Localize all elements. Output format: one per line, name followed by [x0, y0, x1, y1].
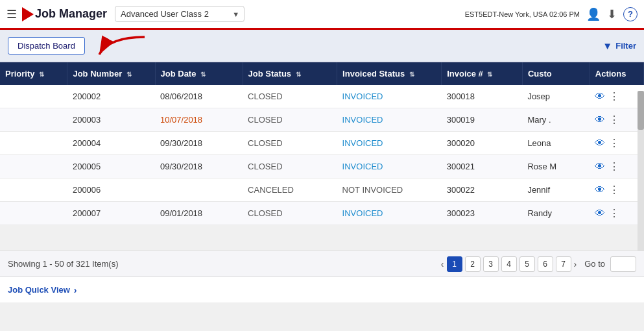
next-page-button[interactable]: ›: [574, 259, 577, 269]
view-icon[interactable]: 👁: [595, 91, 605, 103]
cell-priority: [0, 178, 67, 202]
table-row: 200004 09/30/2018 CLOSED INVOICED 300020…: [0, 132, 644, 155]
header-right: EST5EDT-New York, USA 02:06 PM 👤 ⬇ ?: [465, 7, 638, 21]
sort-arrows-invoicenum: ⇅: [487, 71, 492, 78]
view-icon[interactable]: 👁: [595, 208, 605, 219]
cell-invoice-num: 300021: [442, 155, 523, 178]
cell-actions: 👁 ⋮: [590, 155, 643, 178]
cell-job-number: 200004: [67, 132, 155, 155]
col-actions: Actions: [590, 62, 643, 85]
goto-input[interactable]: [610, 256, 636, 272]
app-title: Job Manager: [35, 7, 107, 21]
cell-invoiced-status: INVOICED: [337, 108, 442, 132]
app-header: ☰ Job Manager Advanced User Class 2 ▼ ES…: [0, 0, 644, 30]
pagination-info: Showing 1 - 50 of 321 Item(s): [8, 259, 119, 269]
more-options-icon[interactable]: ⋮: [609, 114, 619, 126]
cell-invoice-num: 300018: [442, 85, 523, 108]
job-date: 08/06/2018: [160, 92, 202, 101]
cell-customer: Rose M: [522, 155, 590, 178]
cell-job-number: 200007: [67, 202, 155, 225]
page-buttons: 1234567: [447, 256, 571, 272]
cell-job-date: 09/01/2018: [155, 202, 243, 225]
more-options-icon[interactable]: ⋮: [609, 160, 619, 173]
page-button-2[interactable]: 2: [465, 256, 481, 272]
view-icon[interactable]: 👁: [595, 138, 605, 149]
col-priority[interactable]: Priority ⇅: [0, 62, 67, 85]
filter-button[interactable]: ▼ Filter: [602, 40, 636, 51]
more-options-icon[interactable]: ⋮: [609, 90, 619, 103]
job-quick-view-link[interactable]: Job Quick View ›: [8, 285, 77, 295]
dispatch-board-button[interactable]: Dispatch Board: [8, 37, 85, 55]
job-date: 09/01/2018: [160, 208, 202, 218]
more-options-icon[interactable]: ⋮: [609, 207, 619, 219]
pagination-controls: ‹ 1234567 › Go to: [441, 256, 636, 272]
table-scrollbar[interactable]: [638, 91, 644, 251]
job-date: 09/30/2018: [160, 138, 202, 148]
sub-header: Dispatch Board ▼ Filter: [0, 30, 644, 62]
table-row: 200005 09/30/2018 CLOSED INVOICED 300021…: [0, 155, 644, 178]
cell-invoice-num: 300020: [442, 132, 523, 155]
sort-arrows-jobnumber: ⇅: [126, 71, 132, 78]
table-row: 200003 10/07/2018 CLOSED INVOICED 300019…: [0, 108, 644, 132]
filter-label: Filter: [615, 41, 636, 51]
page-button-4[interactable]: 4: [501, 256, 517, 272]
page-button-3[interactable]: 3: [483, 256, 499, 272]
cell-actions: 👁 ⋮: [590, 178, 643, 202]
cell-job-status: CLOSED: [243, 155, 337, 178]
data-table-wrapper: Priority ⇅ Job Number ⇅ Job Date ⇅ Job S…: [0, 62, 644, 251]
job-date-link[interactable]: 10/07/2018: [160, 115, 202, 125]
cell-job-number: 200003: [67, 108, 155, 132]
table-row: 200006 CANCELED NOT INVOICED 300022 Jenn…: [0, 178, 644, 202]
quick-view-bar: Job Quick View ›: [0, 276, 644, 302]
download-icon[interactable]: ⬇: [607, 7, 617, 21]
cell-job-status: CANCELED: [243, 178, 337, 202]
view-icon[interactable]: 👁: [595, 114, 605, 126]
cell-priority: [0, 108, 67, 132]
view-icon[interactable]: 👁: [595, 161, 605, 173]
cell-priority: [0, 132, 67, 155]
brand-logo: Job Manager: [22, 7, 107, 21]
cell-actions: 👁 ⋮: [590, 108, 643, 132]
table-row: 200002 08/06/2018 CLOSED INVOICED 300018…: [0, 85, 644, 108]
cell-customer: Josep: [522, 85, 590, 108]
page-button-6[interactable]: 6: [538, 256, 553, 272]
col-customer[interactable]: Custo: [522, 62, 590, 85]
col-invoiced-status[interactable]: Invoiced Status ⇅: [337, 62, 442, 85]
prev-page-button[interactable]: ‹: [441, 259, 444, 269]
filter-icon: ▼: [602, 40, 612, 51]
table-row: 200007 09/01/2018 CLOSED INVOICED 300023…: [0, 202, 644, 225]
col-invoice-num[interactable]: Invoice # ⇅: [442, 62, 523, 85]
cell-invoiced-status: INVOICED: [337, 155, 442, 178]
cell-invoice-num: 300019: [442, 108, 523, 132]
hamburger-icon[interactable]: ☰: [6, 7, 17, 21]
cell-job-date: 10/07/2018: [155, 108, 243, 132]
sort-arrows-jobdate: ⇅: [200, 71, 206, 78]
scrollbar-thumb[interactable]: [638, 91, 644, 130]
col-job-number[interactable]: Job Number ⇅: [67, 62, 155, 85]
cell-invoiced-status: NOT INVOICED: [337, 178, 442, 202]
more-options-icon[interactable]: ⋮: [609, 137, 619, 149]
cell-priority: [0, 85, 67, 108]
sort-arrows-priority: ⇅: [39, 71, 44, 78]
more-options-icon[interactable]: ⋮: [609, 184, 619, 196]
page-button-5[interactable]: 5: [519, 256, 535, 272]
cell-invoice-num: 300022: [442, 178, 523, 202]
cell-actions: 👁 ⋮: [590, 202, 643, 225]
user-icon[interactable]: 👤: [586, 7, 601, 21]
page-button-1[interactable]: 1: [447, 256, 462, 272]
header-time: EST5EDT-New York, USA 02:06 PM: [465, 10, 580, 18]
chevron-right-icon: ›: [74, 285, 77, 295]
col-job-date[interactable]: Job Date ⇅: [155, 62, 243, 85]
user-class-select[interactable]: Advanced User Class 2: [115, 6, 244, 22]
quick-view-label: Job Quick View: [8, 285, 70, 295]
cell-job-date: 09/30/2018: [155, 155, 243, 178]
cell-job-number: 200006: [67, 178, 155, 202]
help-icon[interactable]: ?: [623, 7, 638, 21]
cell-job-status: CLOSED: [243, 85, 337, 108]
page-button-7[interactable]: 7: [556, 256, 571, 272]
cell-job-number: 200005: [67, 155, 155, 178]
col-job-status[interactable]: Job Status ⇅: [243, 62, 337, 85]
cell-invoiced-status: INVOICED: [337, 85, 442, 108]
brand-arrow-icon: [22, 7, 34, 21]
view-icon[interactable]: 👁: [595, 184, 605, 196]
